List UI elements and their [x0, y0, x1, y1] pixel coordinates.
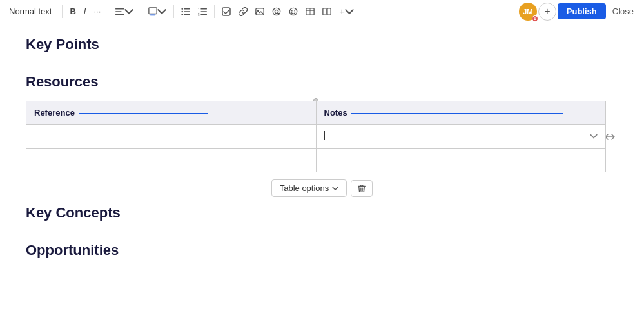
plus-icon: +	[339, 6, 344, 17]
divider-3	[141, 5, 141, 18]
color-icon	[148, 7, 157, 16]
table-cell-notes[interactable]	[316, 125, 606, 149]
publish-button[interactable]: Publish	[558, 3, 606, 19]
divider-2	[108, 5, 108, 18]
table-icon	[306, 7, 315, 16]
text-cursor	[324, 131, 325, 140]
divider-4	[173, 5, 174, 18]
svg-rect-0	[115, 8, 124, 9]
insert-more-button[interactable]: +	[336, 3, 356, 21]
col-notes-header: Notes	[316, 101, 606, 125]
bullet-list-button[interactable]	[178, 3, 193, 21]
close-button[interactable]: Close	[607, 5, 639, 18]
table-row	[26, 149, 606, 172]
svg-point-24	[295, 10, 296, 11]
key-concepts-section: Key Concepts	[26, 205, 618, 221]
table-header-row: Reference Notes	[26, 101, 606, 125]
key-points-section: Key Points	[26, 36, 618, 53]
link-icon	[239, 7, 248, 16]
italic-icon: I	[84, 6, 86, 16]
trash-icon	[357, 184, 366, 193]
opportunities-heading: Opportunities	[26, 242, 618, 259]
svg-rect-6	[184, 8, 191, 9]
columns-button[interactable]	[319, 3, 335, 21]
resources-section: Resources Reference	[26, 74, 618, 197]
divider-1	[62, 5, 63, 18]
svg-point-9	[182, 14, 184, 15]
resources-table: Reference Notes	[26, 101, 606, 172]
resize-handle-right[interactable]	[605, 132, 615, 142]
svg-rect-3	[149, 7, 157, 14]
bold-button[interactable]: B	[66, 3, 79, 21]
table-controls: Table options	[26, 179, 618, 197]
table-options-button[interactable]: Table options	[271, 179, 347, 197]
chevron-down-icon-table	[332, 185, 338, 192]
toolbar: Normal text B I ···	[0, 0, 644, 23]
more-formatting-button[interactable]: ···	[90, 3, 104, 21]
svg-rect-1	[115, 11, 122, 12]
table-button[interactable]	[302, 3, 318, 21]
svg-point-23	[291, 10, 293, 11]
svg-point-5	[182, 8, 184, 10]
resources-heading: Resources	[26, 74, 618, 90]
avatar-badge: 1	[532, 15, 538, 22]
key-points-heading: Key Points	[26, 36, 618, 53]
user-avatar-button[interactable]: JM 1	[519, 3, 537, 21]
bullet-list-icon	[181, 7, 190, 16]
image-icon	[255, 7, 264, 16]
chevron-down-icon-align	[124, 7, 133, 16]
table-row	[26, 125, 606, 149]
italic-button[interactable]: I	[81, 3, 90, 21]
svg-rect-28	[323, 8, 326, 15]
editor-content: Key Points Resources Reference	[0, 23, 644, 333]
align-icon	[115, 7, 124, 16]
link-button[interactable]	[235, 3, 251, 21]
table-options-label: Table options	[280, 183, 329, 193]
text-style-dropdown[interactable]: Normal text	[5, 5, 58, 18]
mention-button[interactable]	[269, 3, 284, 21]
alignment-button[interactable]	[112, 3, 137, 21]
svg-rect-2	[115, 14, 124, 15]
bold-icon: B	[70, 6, 75, 16]
plus-circle-icon: +	[544, 6, 550, 17]
col-reference-header: Reference	[26, 101, 317, 125]
more-icon: ···	[93, 6, 101, 16]
svg-rect-29	[327, 8, 331, 15]
key-concepts-heading: Key Concepts	[26, 205, 618, 221]
svg-point-21	[273, 8, 280, 15]
table-cell-notes-2[interactable]	[316, 149, 606, 172]
numbered-list-icon: 1. 2. 3.	[198, 7, 207, 16]
delete-table-button[interactable]	[351, 180, 373, 197]
text-style-label: Normal text	[9, 6, 52, 16]
checkbox-button[interactable]	[219, 3, 234, 21]
avatar-initials: JM	[523, 8, 532, 15]
svg-rect-12	[201, 8, 208, 9]
color-button[interactable]	[145, 3, 170, 21]
checkbox-icon	[222, 7, 231, 16]
chevron-down-icon-insert	[345, 7, 354, 16]
divider-5	[214, 5, 215, 18]
svg-text:3.: 3.	[198, 14, 200, 16]
table-cell-2[interactable]	[26, 149, 317, 172]
svg-rect-4	[150, 14, 156, 15]
emoji-button[interactable]	[286, 3, 301, 21]
table-cell[interactable]	[26, 125, 317, 149]
image-button[interactable]	[252, 3, 268, 21]
emoji-icon	[289, 7, 298, 16]
add-button[interactable]: +	[538, 3, 556, 21]
svg-rect-8	[184, 11, 191, 12]
columns-icon	[322, 7, 331, 16]
chevron-down-icon-color	[157, 7, 166, 16]
table-wrapper: Reference Notes	[26, 101, 606, 172]
svg-rect-16	[201, 14, 208, 15]
svg-point-7	[182, 10, 184, 12]
at-icon	[272, 7, 281, 16]
svg-rect-14	[201, 11, 208, 12]
numbered-list-button[interactable]: 1. 2. 3.	[195, 3, 210, 21]
row-expand-icon[interactable]	[590, 132, 598, 140]
opportunities-section: Opportunities	[26, 242, 618, 259]
svg-rect-10	[184, 14, 191, 15]
